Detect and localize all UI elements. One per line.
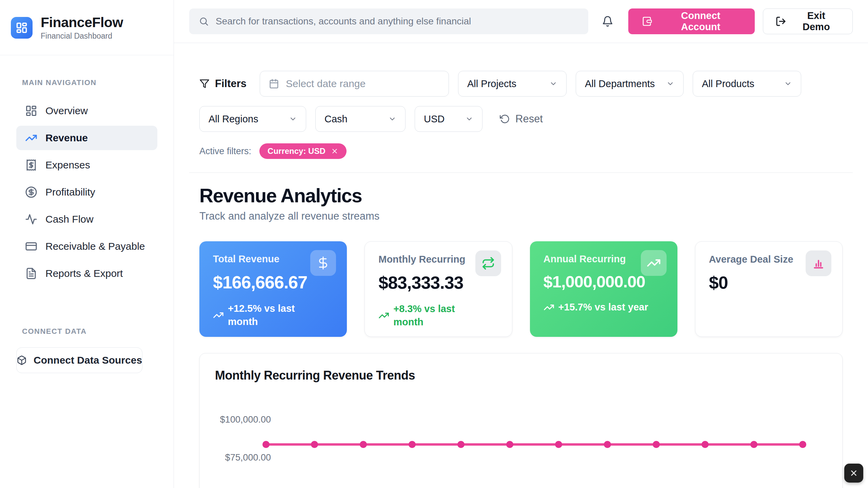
metric-label: Average Deal Size (709, 254, 811, 265)
chevron-down-icon (289, 115, 297, 123)
departments-dropdown[interactable]: All Departments (576, 71, 684, 97)
metric-card-average-deal-size: Average Deal Size $0 (695, 241, 843, 337)
sidebar-item-label: Receivable & Payable (45, 241, 145, 252)
metric-card-annual-recurring: Annual Recurring $1,000,000.00 +15.7% vs… (530, 241, 677, 337)
cube-icon (17, 355, 27, 365)
close-overlay-button[interactable] (844, 464, 863, 483)
metric-label: Total Revenue (213, 253, 315, 265)
chart-data-point (262, 441, 270, 448)
chart-data-point (555, 441, 562, 448)
remove-filter-icon[interactable] (331, 147, 338, 155)
chart-data-point (506, 441, 513, 448)
line-chart: $100,000.00 $75,000.00 $50,000.00 (200, 353, 842, 488)
metric-card-total-revenue: Total Revenue $166,666.67 +12.5% vs last… (199, 241, 347, 337)
bar-chart-icon (806, 250, 831, 276)
sidebar-item-revenue[interactable]: Revenue (16, 126, 157, 150)
chart-data-point (311, 441, 318, 448)
date-range-input[interactable] (260, 71, 449, 97)
chart-data-point (360, 441, 367, 448)
chevron-down-icon (388, 115, 396, 123)
chart-data-point (653, 441, 660, 448)
y-axis-tick: $75,000.00 (215, 452, 271, 463)
connect-account-button[interactable]: Connect Account (628, 8, 754, 34)
chart-data-point (750, 441, 757, 448)
trending-up-icon (544, 302, 554, 313)
currency-dropdown[interactable]: USD (415, 106, 482, 132)
chart-data-point (702, 441, 709, 448)
metric-label: Monthly Recurring (378, 254, 480, 265)
sidebar-item-reports-export[interactable]: Reports & Export (16, 261, 157, 286)
page-title: Revenue Analytics (199, 184, 843, 207)
metric-delta: +15.7% vs last year (544, 301, 664, 314)
search-icon (199, 16, 209, 26)
dollar-icon (310, 250, 336, 276)
connect-account-label: Connect Account (660, 10, 741, 33)
sidebar-item-expenses[interactable]: Expenses (16, 153, 157, 177)
notifications-button[interactable] (602, 16, 613, 27)
chart-data-point (409, 441, 416, 448)
metric-card-monthly-recurring: Monthly Recurring $83,333.33 +8.3% vs la… (364, 241, 512, 337)
funnel-icon (199, 79, 210, 89)
sidebar-item-cash-flow[interactable]: Cash Flow (16, 207, 157, 231)
file-text-icon (25, 267, 37, 280)
chart-data-point (799, 441, 806, 448)
chevron-down-icon (666, 80, 674, 88)
circle-dollar-icon (25, 186, 37, 198)
filters-section: Filters All Projects All Departments (189, 43, 853, 173)
metric-cards: Total Revenue $166,666.67 +12.5% vs last… (199, 241, 843, 337)
wallet-icon (642, 16, 653, 27)
sidebar-item-profitability[interactable]: Profitability (16, 180, 157, 204)
logout-icon (775, 16, 786, 27)
chart-data-point (604, 441, 611, 448)
chevron-down-icon (465, 115, 473, 123)
payment-type-dropdown[interactable]: Cash (315, 106, 406, 132)
bell-icon (602, 16, 613, 27)
repeat-icon (475, 250, 501, 276)
exit-demo-label: Exit Demo (792, 10, 840, 33)
connect-data-sources-label: Connect Data Sources (34, 354, 142, 366)
trending-up-icon (213, 310, 224, 321)
main-content: Filters All Projects All Departments (174, 0, 868, 488)
trending-up-icon (378, 310, 389, 321)
filters-title: Filters (199, 78, 246, 90)
sidebar-item-label: Profitability (45, 186, 95, 198)
mrr-trends-chart-card: Monthly Recurring Revenue Trends $100,00… (199, 353, 843, 488)
rotate-ccw-icon (500, 114, 510, 124)
chart-data-point (457, 441, 465, 448)
activity-icon (25, 213, 37, 225)
top-header: Connect Account Exit Demo (174, 0, 868, 43)
brand: FinanceFlow Financial Dashboard (0, 0, 174, 55)
sidebar-item-receivable-payable[interactable]: Receivable & Payable (16, 234, 157, 259)
chart-line-series (266, 443, 803, 446)
chevron-down-icon (549, 80, 557, 88)
metric-label: Annual Recurring (544, 253, 645, 265)
projects-dropdown[interactable]: All Projects (458, 71, 567, 97)
trending-up-icon (25, 132, 37, 144)
main-navigation: Overview Revenue Expenses Profitability … (16, 99, 157, 286)
date-range-field[interactable] (286, 78, 440, 89)
sidebar-item-label: Revenue (45, 132, 88, 144)
active-filters-label: Active filters: (199, 146, 251, 157)
reset-filters-button[interactable]: Reset (500, 113, 543, 125)
nav-section-label: MAIN NAVIGATION (22, 78, 174, 87)
chevron-down-icon (784, 80, 792, 88)
currency-filter-chip[interactable]: Currency: USD (259, 143, 347, 159)
regions-dropdown[interactable]: All Regions (199, 106, 306, 132)
receipt-icon (25, 159, 37, 171)
close-icon (849, 469, 858, 477)
search-box[interactable] (189, 8, 588, 34)
sidebar-item-overview[interactable]: Overview (16, 99, 157, 123)
metric-delta: +12.5% vs last month (213, 302, 333, 328)
layout-dashboard-icon (25, 105, 37, 117)
sidebar-item-label: Expenses (45, 159, 90, 171)
page-subtitle: Track and analyze all revenue streams (199, 210, 843, 222)
search-input[interactable] (216, 16, 579, 27)
app-logo (11, 17, 33, 39)
connect-data-sources-button[interactable]: Connect Data Sources (16, 347, 142, 373)
sidebar-item-label: Cash Flow (45, 214, 94, 225)
exit-demo-button[interactable]: Exit Demo (763, 8, 853, 34)
sidebar-item-label: Reports & Export (45, 268, 123, 279)
products-dropdown[interactable]: All Products (693, 71, 801, 97)
credit-card-icon (25, 240, 37, 252)
layout-dashboard-icon (16, 22, 28, 34)
